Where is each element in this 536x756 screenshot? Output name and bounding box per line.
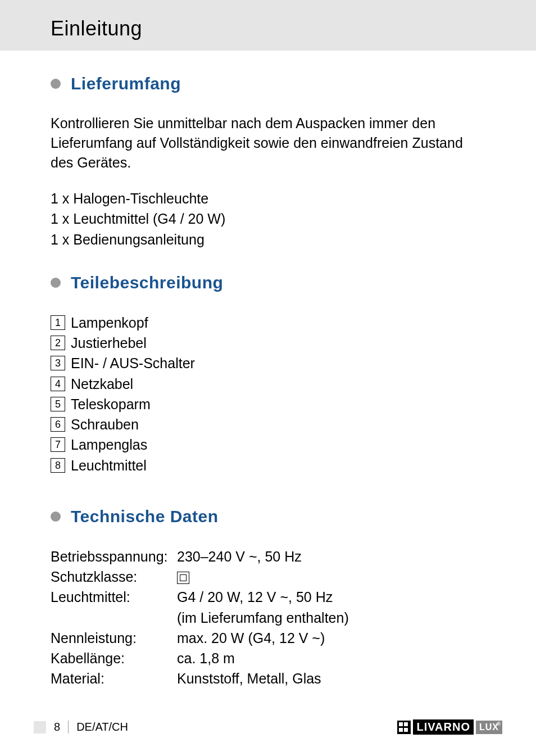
part-row: 3 EIN- / AUS-Schalter (51, 353, 485, 373)
bullet-icon (51, 511, 61, 522)
brand-sub-text: LUX (479, 722, 499, 732)
section-title: Lieferumfang (71, 74, 181, 93)
part-number-box: 8 (51, 458, 65, 473)
section-title: Teilebeschreibung (71, 273, 223, 292)
footer-left: 8 DE/AT/CH (34, 721, 128, 734)
parts-list: 1 Lampenkopf 2 Justierhebel 3 EIN- / AUS… (51, 313, 485, 476)
part-row: 4 Netzkabel (51, 374, 485, 394)
tech-value: Kunststoff, Metall, Glas (177, 668, 321, 689)
part-row: 5 Teleskoparm (51, 394, 485, 414)
tech-value: max. 20 W (G4, 12 V ~) (177, 628, 325, 648)
brand-logo: LIVARNO LUX® (397, 719, 502, 735)
part-row: 2 Justierhebel (51, 333, 485, 353)
list-item: 1 x Leuchtmittel (G4 / 20 W) (51, 209, 485, 229)
tech-row: Nennleistung: max. 20 W (G4, 12 V ~) (51, 628, 485, 648)
list-item: 1 x Halogen-Tischleuchte (51, 188, 485, 209)
part-label: Schrauben (71, 414, 139, 434)
part-number-box: 5 (51, 397, 65, 411)
tech-value: 230–240 V ~, 50 Hz (177, 546, 302, 567)
tech-key: Leuchtmittel: (51, 587, 177, 607)
part-label: Lampenglas (71, 434, 147, 455)
part-number-box: 7 (51, 437, 65, 452)
bullet-icon (51, 79, 61, 89)
intro-paragraph: Kontrollieren Sie unmittelbar nach dem A… (51, 114, 485, 173)
package-contents-list: 1 x Halogen-Tischleuchte 1 x Leuchtmitte… (51, 188, 485, 250)
tech-key: Kabellänge: (51, 648, 177, 668)
part-label: EIN- / AUS-Schalter (71, 353, 195, 373)
part-label: Justierhebel (71, 333, 147, 353)
part-label: Lampenkopf (71, 313, 148, 333)
part-number-box: 1 (51, 315, 65, 330)
tech-row: Kabellänge: ca. 1,8 m (51, 648, 485, 668)
part-number-box: 3 (51, 356, 65, 370)
page-language: DE/AT/CH (68, 721, 128, 734)
page-header: Einleitung (0, 0, 536, 51)
tech-key: Nennleistung: (51, 628, 177, 648)
tech-row: (im Lieferumfang enthalten) (51, 608, 485, 628)
tech-row: Material: Kunststoff, Metall, Glas (51, 668, 485, 689)
tech-value: (im Lieferumfang enthalten) (177, 608, 349, 628)
footer-box-icon (34, 721, 46, 734)
tech-key: Material: (51, 668, 177, 689)
page-footer: 8 DE/AT/CH LIVARNO LUX® (0, 719, 536, 735)
tech-row: Schutzklasse: (51, 567, 485, 587)
tech-key (51, 608, 177, 628)
part-row: 1 Lampenkopf (51, 313, 485, 333)
page-title: Einleitung (51, 17, 536, 40)
part-label: Leuchtmittel (71, 455, 147, 476)
tech-row: Leuchtmittel: G4 / 20 W, 12 V ~, 50 Hz (51, 587, 485, 607)
tech-key: Schutzklasse: (51, 567, 177, 587)
section-title: Technische Daten (71, 507, 219, 526)
part-label: Netzkabel (71, 374, 133, 394)
list-item: 1 x Bedienungsanleitung (51, 229, 485, 250)
part-row: 8 Leuchtmittel (51, 455, 485, 476)
tech-value (177, 567, 189, 587)
tech-row: Betriebsspannung: 230–240 V ~, 50 Hz (51, 546, 485, 567)
page-content: Lieferumfang Kontrollieren Sie unmittelb… (0, 74, 536, 689)
brand-sub: LUX® (476, 721, 502, 734)
part-row: 6 Schrauben (51, 414, 485, 434)
brand-name: LIVARNO (413, 719, 474, 735)
part-number-box: 2 (51, 336, 65, 350)
part-label: Teleskoparm (71, 394, 151, 414)
class2-icon (177, 572, 189, 584)
section-heading-technische-daten: Technische Daten (51, 507, 485, 526)
part-number-box: 6 (51, 417, 65, 432)
tech-value: ca. 1,8 m (177, 648, 235, 668)
page-number: 8 (54, 721, 60, 734)
section-heading-teilebeschreibung: Teilebeschreibung (51, 273, 485, 292)
tech-data-table: Betriebsspannung: 230–240 V ~, 50 Hz Sch… (51, 546, 485, 689)
part-number-box: 4 (51, 377, 65, 391)
brand-grid-icon (397, 721, 411, 734)
tech-key: Betriebsspannung: (51, 546, 177, 567)
bullet-icon (51, 278, 61, 288)
tech-value: G4 / 20 W, 12 V ~, 50 Hz (177, 587, 333, 607)
part-row: 7 Lampenglas (51, 434, 485, 455)
section-heading-lieferumfang: Lieferumfang (51, 74, 485, 93)
